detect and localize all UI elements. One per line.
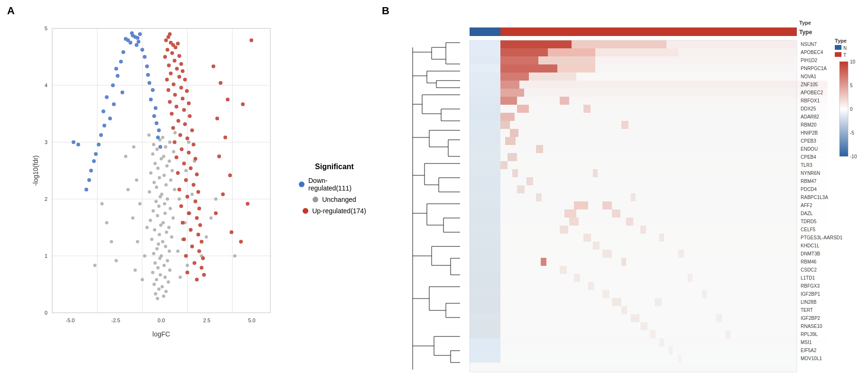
svg-point-199 [182, 108, 186, 112]
svg-rect-461 [470, 354, 500, 363]
svg-point-144 [146, 73, 150, 77]
svg-rect-381 [593, 169, 598, 177]
svg-rect-462 [500, 354, 828, 363]
svg-point-52 [165, 231, 168, 234]
svg-point-101 [136, 240, 139, 244]
svg-point-59 [156, 214, 159, 218]
svg-point-31 [167, 281, 170, 284]
svg-point-111 [135, 179, 139, 182]
svg-point-124 [214, 198, 218, 201]
svg-point-54 [167, 226, 171, 229]
svg-point-195 [181, 97, 185, 100]
svg-text:NOVA1: NOVA1 [801, 74, 817, 79]
svg-point-84 [162, 155, 166, 158]
svg-point-187 [177, 75, 181, 79]
svg-point-80 [166, 164, 169, 168]
svg-point-60 [164, 212, 167, 215]
type-n-label: N [843, 45, 847, 51]
svg-point-43 [152, 252, 156, 255]
svg-point-66 [166, 198, 169, 201]
svg-point-113 [124, 155, 128, 158]
svg-rect-349 [500, 97, 828, 105]
svg-rect-360 [500, 121, 828, 129]
svg-point-72 [165, 183, 168, 187]
svg-point-145 [111, 83, 115, 87]
svg-rect-340 [529, 73, 576, 81]
svg-point-100 [176, 250, 180, 253]
svg-rect-385 [470, 185, 500, 193]
type-legend-title: Type [835, 38, 847, 44]
svg-text:EIF5A2: EIF5A2 [801, 348, 817, 353]
svg-rect-414 [593, 242, 600, 250]
svg-point-165 [94, 152, 98, 156]
svg-point-108 [178, 198, 181, 201]
svg-point-214 [182, 162, 186, 165]
up-regulated-label: Up-regulated(174) [312, 207, 366, 215]
svg-rect-439 [612, 298, 621, 306]
svg-rect-416 [500, 250, 828, 258]
svg-text:0.0: 0.0 [157, 318, 165, 323]
svg-rect-463 [678, 354, 681, 363]
svg-point-148 [151, 88, 155, 92]
svg-rect-395 [602, 201, 612, 209]
svg-rect-388 [470, 193, 500, 201]
svg-point-96 [134, 269, 137, 272]
svg-point-175 [174, 45, 177, 49]
svg-rect-446 [631, 314, 639, 322]
svg-rect-338 [470, 73, 500, 81]
svg-text:-5.0: -5.0 [66, 318, 75, 323]
svg-rect-330 [470, 56, 500, 64]
svg-point-109 [127, 188, 130, 191]
svg-point-130 [133, 35, 137, 39]
svg-point-204 [171, 126, 175, 130]
legend-item-down: Down-regulated(111) [299, 177, 370, 192]
svg-point-29 [161, 285, 164, 289]
svg-point-154 [152, 114, 156, 118]
svg-point-156 [155, 121, 158, 125]
svg-text:MOV10L1: MOV10L1 [801, 356, 822, 361]
svg-point-159 [102, 124, 106, 127]
svg-rect-367 [500, 137, 828, 145]
svg-point-246 [239, 240, 243, 244]
x-axis-label: logFC [152, 330, 170, 338]
svg-point-140 [143, 55, 147, 59]
svg-point-97 [179, 276, 182, 279]
svg-point-185 [181, 69, 185, 73]
svg-point-38 [163, 264, 166, 267]
svg-rect-370 [500, 145, 828, 153]
svg-point-58 [172, 217, 175, 220]
svg-rect-383 [500, 177, 828, 185]
svg-point-107 [139, 202, 142, 206]
svg-text:2: 2 [45, 196, 47, 202]
svg-rect-337 [595, 64, 794, 73]
svg-rect-326 [500, 48, 548, 56]
svg-point-132 [138, 32, 142, 36]
svg-point-152 [154, 106, 157, 110]
svg-rect-418 [678, 250, 684, 258]
unchanged-points [93, 131, 237, 300]
svg-rect-449 [500, 322, 828, 330]
svg-point-254 [221, 192, 225, 196]
svg-rect-351 [560, 97, 569, 105]
svg-point-216 [176, 171, 180, 175]
svg-point-83 [160, 157, 163, 161]
svg-text:LIN28B: LIN28B [801, 299, 817, 305]
svg-rect-331 [500, 56, 538, 64]
svg-text:ADAR82: ADAR82 [801, 114, 819, 119]
svg-rect-399 [612, 209, 620, 218]
svg-point-203 [183, 122, 187, 126]
svg-point-179 [177, 54, 181, 58]
svg-rect-425 [560, 266, 567, 274]
svg-text:0: 0 [45, 310, 47, 316]
svg-rect-359 [470, 121, 500, 129]
svg-rect-445 [500, 314, 828, 322]
svg-point-235 [197, 249, 201, 253]
svg-rect-400 [470, 218, 500, 226]
svg-point-157 [72, 140, 75, 144]
svg-point-210 [180, 147, 184, 151]
svg-point-149 [105, 95, 109, 99]
svg-point-48 [161, 240, 165, 244]
type-t-swatch [835, 52, 841, 57]
svg-point-93 [148, 134, 151, 137]
svg-rect-382 [470, 177, 500, 185]
